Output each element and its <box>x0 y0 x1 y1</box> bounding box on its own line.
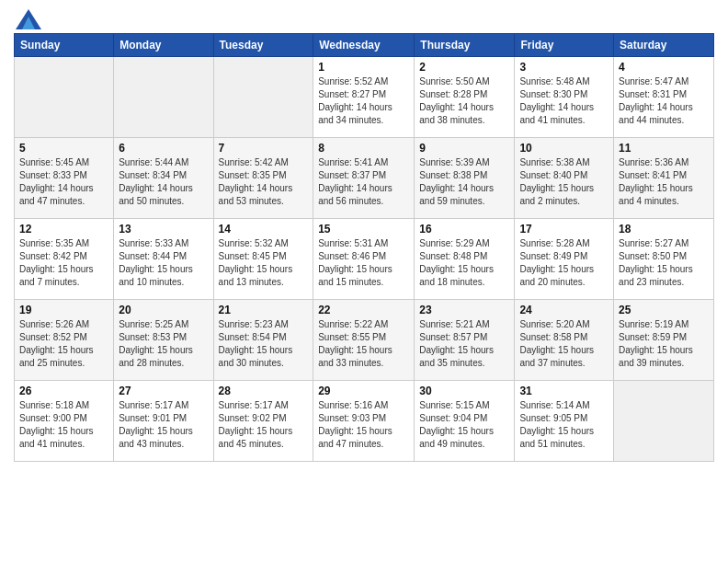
calendar-week: 12Sunrise: 5:35 AM Sunset: 8:42 PM Dayli… <box>15 219 714 300</box>
day-number: 14 <box>219 223 309 236</box>
day-number: 21 <box>219 304 309 316</box>
day-number: 31 <box>519 385 609 397</box>
calendar-cell: 5Sunrise: 5:45 AM Sunset: 8:33 PM Daylig… <box>15 138 114 219</box>
day-info: Sunrise: 5:27 AM Sunset: 8:50 PM Dayligh… <box>619 237 709 289</box>
weekday-header: Friday <box>515 34 614 57</box>
day-number: 18 <box>619 223 709 236</box>
day-info: Sunrise: 5:33 AM Sunset: 8:44 PM Dayligh… <box>119 237 208 289</box>
logo-icon <box>16 9 41 29</box>
day-info: Sunrise: 5:50 AM Sunset: 8:28 PM Dayligh… <box>419 75 509 127</box>
day-info: Sunrise: 5:29 AM Sunset: 8:48 PM Dayligh… <box>419 237 509 289</box>
calendar-body: 1Sunrise: 5:52 AM Sunset: 8:27 PM Daylig… <box>15 57 714 462</box>
calendar-cell: 12Sunrise: 5:35 AM Sunset: 8:42 PM Dayli… <box>15 219 114 300</box>
day-number: 20 <box>119 304 208 316</box>
day-number: 26 <box>19 385 108 397</box>
calendar-cell: 31Sunrise: 5:14 AM Sunset: 9:05 PM Dayli… <box>515 381 614 462</box>
calendar-cell <box>614 381 714 462</box>
day-number: 19 <box>19 304 108 316</box>
calendar-cell: 16Sunrise: 5:29 AM Sunset: 8:48 PM Dayli… <box>415 219 515 300</box>
calendar-cell: 22Sunrise: 5:22 AM Sunset: 8:55 PM Dayli… <box>313 300 415 381</box>
calendar-cell: 24Sunrise: 5:20 AM Sunset: 8:58 PM Dayli… <box>515 300 614 381</box>
weekday-header: Monday <box>114 34 213 57</box>
calendar-week: 1Sunrise: 5:52 AM Sunset: 8:27 PM Daylig… <box>15 57 714 138</box>
day-info: Sunrise: 5:19 AM Sunset: 8:59 PM Dayligh… <box>619 318 709 370</box>
calendar-cell: 19Sunrise: 5:26 AM Sunset: 8:52 PM Dayli… <box>15 300 114 381</box>
day-number: 2 <box>419 61 509 74</box>
calendar-cell <box>114 57 213 138</box>
day-info: Sunrise: 5:15 AM Sunset: 9:04 PM Dayligh… <box>419 399 509 451</box>
day-info: Sunrise: 5:38 AM Sunset: 8:40 PM Dayligh… <box>519 156 609 208</box>
day-number: 15 <box>318 223 409 236</box>
weekday-header: Thursday <box>415 34 515 57</box>
day-info: Sunrise: 5:25 AM Sunset: 8:53 PM Dayligh… <box>119 318 208 370</box>
calendar-header: SundayMondayTuesdayWednesdayThursdayFrid… <box>15 34 714 57</box>
calendar-week: 26Sunrise: 5:18 AM Sunset: 9:00 PM Dayli… <box>15 381 714 462</box>
day-info: Sunrise: 5:18 AM Sunset: 9:00 PM Dayligh… <box>19 399 108 451</box>
weekday-header: Saturday <box>614 34 714 57</box>
day-info: Sunrise: 5:31 AM Sunset: 8:46 PM Dayligh… <box>318 237 409 289</box>
day-info: Sunrise: 5:52 AM Sunset: 8:27 PM Dayligh… <box>318 75 409 127</box>
day-number: 6 <box>119 142 208 155</box>
day-info: Sunrise: 5:28 AM Sunset: 8:49 PM Dayligh… <box>519 237 609 289</box>
calendar-cell: 6Sunrise: 5:44 AM Sunset: 8:34 PM Daylig… <box>114 138 213 219</box>
calendar-cell: 3Sunrise: 5:48 AM Sunset: 8:30 PM Daylig… <box>515 57 614 138</box>
calendar-cell: 23Sunrise: 5:21 AM Sunset: 8:57 PM Dayli… <box>415 300 515 381</box>
day-info: Sunrise: 5:44 AM Sunset: 8:34 PM Dayligh… <box>119 156 208 208</box>
day-info: Sunrise: 5:35 AM Sunset: 8:42 PM Dayligh… <box>19 237 108 289</box>
day-number: 12 <box>19 223 108 236</box>
calendar-cell: 7Sunrise: 5:42 AM Sunset: 8:35 PM Daylig… <box>213 138 313 219</box>
day-number: 9 <box>419 142 509 155</box>
day-info: Sunrise: 5:32 AM Sunset: 8:45 PM Dayligh… <box>219 237 309 289</box>
weekday-header: Sunday <box>15 34 114 57</box>
day-number: 11 <box>619 142 709 155</box>
header <box>14 9 714 26</box>
day-info: Sunrise: 5:23 AM Sunset: 8:54 PM Dayligh… <box>219 318 309 370</box>
day-number: 28 <box>219 385 309 397</box>
calendar-cell <box>213 57 313 138</box>
calendar-cell: 20Sunrise: 5:25 AM Sunset: 8:53 PM Dayli… <box>114 300 213 381</box>
day-number: 16 <box>419 223 509 236</box>
calendar-cell: 29Sunrise: 5:16 AM Sunset: 9:03 PM Dayli… <box>313 381 415 462</box>
calendar-cell: 8Sunrise: 5:41 AM Sunset: 8:37 PM Daylig… <box>313 138 415 219</box>
calendar-week: 19Sunrise: 5:26 AM Sunset: 8:52 PM Dayli… <box>15 300 714 381</box>
day-number: 27 <box>119 385 208 397</box>
day-number: 5 <box>19 142 108 155</box>
calendar-cell: 21Sunrise: 5:23 AM Sunset: 8:54 PM Dayli… <box>213 300 313 381</box>
day-info: Sunrise: 5:47 AM Sunset: 8:31 PM Dayligh… <box>619 75 709 127</box>
day-number: 8 <box>318 142 409 155</box>
calendar-cell: 17Sunrise: 5:28 AM Sunset: 8:49 PM Dayli… <box>515 219 614 300</box>
calendar-table: SundayMondayTuesdayWednesdayThursdayFrid… <box>14 33 714 462</box>
day-info: Sunrise: 5:14 AM Sunset: 9:05 PM Dayligh… <box>519 399 609 451</box>
day-info: Sunrise: 5:42 AM Sunset: 8:35 PM Dayligh… <box>219 156 309 208</box>
calendar-cell: 11Sunrise: 5:36 AM Sunset: 8:41 PM Dayli… <box>614 138 714 219</box>
day-number: 4 <box>619 61 709 74</box>
logo <box>14 9 41 26</box>
weekday-header: Wednesday <box>313 34 415 57</box>
day-info: Sunrise: 5:17 AM Sunset: 9:01 PM Dayligh… <box>119 399 208 451</box>
day-number: 23 <box>419 304 509 316</box>
day-number: 7 <box>219 142 309 155</box>
calendar-week: 5Sunrise: 5:45 AM Sunset: 8:33 PM Daylig… <box>15 138 714 219</box>
day-number: 1 <box>318 61 409 74</box>
day-info: Sunrise: 5:39 AM Sunset: 8:38 PM Dayligh… <box>419 156 509 208</box>
day-info: Sunrise: 5:41 AM Sunset: 8:37 PM Dayligh… <box>318 156 409 208</box>
calendar-cell: 14Sunrise: 5:32 AM Sunset: 8:45 PM Dayli… <box>213 219 313 300</box>
day-number: 17 <box>519 223 609 236</box>
day-info: Sunrise: 5:17 AM Sunset: 9:02 PM Dayligh… <box>219 399 309 451</box>
day-info: Sunrise: 5:48 AM Sunset: 8:30 PM Dayligh… <box>519 75 609 127</box>
calendar-cell: 18Sunrise: 5:27 AM Sunset: 8:50 PM Dayli… <box>614 219 714 300</box>
day-number: 30 <box>419 385 509 397</box>
calendar-cell: 10Sunrise: 5:38 AM Sunset: 8:40 PM Dayli… <box>515 138 614 219</box>
weekday-header: Tuesday <box>213 34 313 57</box>
calendar-cell: 30Sunrise: 5:15 AM Sunset: 9:04 PM Dayli… <box>415 381 515 462</box>
day-number: 29 <box>318 385 409 397</box>
calendar-cell: 26Sunrise: 5:18 AM Sunset: 9:00 PM Dayli… <box>15 381 114 462</box>
day-number: 24 <box>519 304 609 316</box>
day-number: 22 <box>318 304 409 316</box>
day-info: Sunrise: 5:20 AM Sunset: 8:58 PM Dayligh… <box>519 318 609 370</box>
calendar-cell: 27Sunrise: 5:17 AM Sunset: 9:01 PM Dayli… <box>114 381 213 462</box>
calendar-cell: 1Sunrise: 5:52 AM Sunset: 8:27 PM Daylig… <box>313 57 415 138</box>
day-info: Sunrise: 5:26 AM Sunset: 8:52 PM Dayligh… <box>19 318 108 370</box>
day-info: Sunrise: 5:36 AM Sunset: 8:41 PM Dayligh… <box>619 156 709 208</box>
calendar-cell: 28Sunrise: 5:17 AM Sunset: 9:02 PM Dayli… <box>213 381 313 462</box>
